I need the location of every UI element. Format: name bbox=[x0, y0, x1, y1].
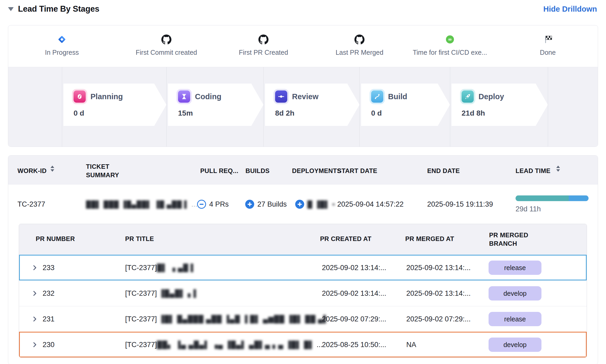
stage-separator bbox=[450, 67, 450, 147]
deployments-redacted: █ ▐█▌ ▪ bbox=[307, 200, 335, 208]
builds-toggle[interactable]: 27 Builds bbox=[245, 200, 287, 209]
github-icon bbox=[218, 33, 308, 46]
col-deployments: DEPLOYMENTS bbox=[292, 167, 341, 175]
github-icon bbox=[315, 33, 404, 46]
pr-row[interactable]: 230 [TC-2377]██▖ ▐▄ ▄█▄▌ ▗▄ ▐█▄▌ ▄█▌▄ ▖▄… bbox=[19, 332, 587, 357]
expand-plus-icon[interactable] bbox=[295, 200, 304, 209]
ticket-summary: ██▌ ███ ▐█▄██▌ ▐█ ▄██ ▌ ... bbox=[86, 200, 197, 208]
stage-deploy: Deploy 21d 8h bbox=[452, 84, 548, 126]
cicd-icon: ∞ bbox=[405, 33, 495, 46]
jira-status-icon bbox=[17, 33, 107, 46]
pr-title-redacted: ▐█▌ █▄███ ▄██ ▐▄█ ▐ █▌ ▄▆██ ▐█▌ ██ ▄▌ bbox=[159, 315, 329, 323]
row-expand-chevron-icon[interactable] bbox=[31, 264, 38, 271]
stage-name: Review bbox=[292, 92, 318, 101]
stage-duration: 8d 2h bbox=[275, 109, 359, 117]
end-date: 2025-09-15 19:11:39 bbox=[427, 200, 493, 208]
col-pr-number: PR NUMBER bbox=[36, 235, 75, 243]
pr-merged-at: 2025-09-02 13:14:... bbox=[406, 289, 471, 298]
pr-row[interactable]: 232 [TC-2377] ▐█▄█▌ ▖▌ 2025-09-02 13:14:… bbox=[19, 280, 587, 306]
lead-time-bar bbox=[516, 195, 589, 201]
stage-name: Build bbox=[388, 92, 407, 101]
stage-separator bbox=[62, 67, 62, 147]
pr-table: PR NUMBER PR TITLE PR CREATED AT PR MERG… bbox=[19, 224, 587, 358]
rocket-icon bbox=[462, 90, 474, 103]
branch-badge: develop bbox=[489, 286, 541, 301]
pr-title: [TC-2377] ▐█▄█▌ ▖▌ bbox=[125, 289, 199, 298]
drilldown-header: Lead Time By Stages Hide Drilldown bbox=[8, 3, 597, 15]
col-work-id: WORK-ID bbox=[17, 167, 47, 175]
pr-title: [TC-2377]█▌ ▗ ▄█ ▌ bbox=[125, 263, 196, 272]
collapse-minus-icon[interactable] bbox=[197, 200, 206, 209]
stage-name: Planning bbox=[90, 92, 123, 101]
github-icon bbox=[121, 33, 211, 46]
stage-duration: 21d 8h bbox=[462, 109, 548, 117]
pr-created-at: 2025-09-02 07:29:... bbox=[322, 315, 386, 323]
stage-build: Build 0 d bbox=[361, 84, 450, 126]
pr-number: 231 bbox=[43, 315, 54, 323]
pr-number: 233 bbox=[43, 264, 54, 272]
col-pull-requests: PULL REQ... bbox=[200, 167, 238, 175]
pr-title: [TC-2377]██▖ ▐▄ ▄█▄▌ ▗▄ ▐█▄▌ ▄█▌▄ ▖▄ ▐█▌… bbox=[125, 340, 322, 349]
lead-time-pipeline-card: In Progress First Commit created First P… bbox=[8, 25, 598, 147]
milestone-first-commit: First Commit created bbox=[121, 33, 211, 56]
branch-curve-icon bbox=[371, 90, 383, 103]
milestone-last-pr-merged: Last PR Merged bbox=[315, 33, 404, 56]
col-pr-created-at: PR CREATED AT bbox=[320, 235, 371, 243]
ticket-summary-ellipsis: ... bbox=[191, 200, 197, 208]
collapse-caret-icon[interactable] bbox=[8, 7, 14, 11]
stage-review: Review 8d 2h bbox=[265, 84, 359, 126]
row-expand-chevron-icon[interactable] bbox=[31, 316, 38, 322]
pr-title-redacted: █▌ ▗ ▄█ ▌ bbox=[157, 264, 196, 272]
col-ticket-summary: TICKET SUMMARY bbox=[86, 162, 135, 180]
pr-created-at: 2025-09-02 13:14:... bbox=[322, 289, 386, 298]
expand-plus-icon[interactable] bbox=[245, 200, 254, 209]
stage-coding: Coding 15m bbox=[168, 84, 263, 126]
work-item-row: TC-2377 ██▌ ███ ▐█▄██▌ ▐█ ▄██ ▌ ... 4 PR… bbox=[8, 185, 598, 224]
col-end-date: END DATE bbox=[427, 167, 460, 175]
row-expand-chevron-icon[interactable] bbox=[31, 290, 38, 297]
pr-merged-at: NA bbox=[406, 341, 416, 349]
lead-time-cell: 29d 11h bbox=[516, 195, 589, 213]
work-id: TC-2377 bbox=[17, 200, 45, 208]
pull-requests-toggle[interactable]: 4 PRs bbox=[197, 200, 229, 209]
pr-title-redacted: ██▖ ▐▄ ▄█▄▌ ▗▄ ▐█▄▌ ▄█▌▄ ▖▄ ▐█▌ █▌ bbox=[157, 341, 315, 349]
stage-separator bbox=[359, 67, 360, 147]
branch-badge: develop bbox=[489, 338, 541, 352]
milestone-cicd: ∞ Time for first CI/CD exe... bbox=[405, 33, 495, 56]
col-builds: BUILDS bbox=[245, 167, 270, 175]
lead-time-bar-blue-segment bbox=[569, 195, 589, 201]
lead-time-bar-teal-segment bbox=[516, 195, 569, 201]
sort-work-id-icon[interactable] bbox=[51, 166, 54, 172]
pr-created-at: 2025-08-25 10:50:... bbox=[322, 341, 386, 349]
milestone-done: Done bbox=[503, 33, 593, 56]
pr-row[interactable]: 233 [TC-2377]█▌ ▗ ▄█ ▌ 2025-09-02 13:14:… bbox=[19, 255, 587, 280]
page-title: Lead Time By Stages bbox=[18, 4, 99, 14]
row-expand-chevron-icon[interactable] bbox=[31, 341, 38, 348]
pr-row[interactable]: 231 [TC-2377] ▐█▌ █▄███ ▄██ ▐▄█ ▐ █▌ ▄▆█… bbox=[19, 306, 587, 332]
stage-separator bbox=[166, 67, 167, 147]
pr-table-header: PR NUMBER PR TITLE PR CREATED AT PR MERG… bbox=[19, 224, 587, 255]
hide-drilldown-link[interactable]: Hide Drilldown bbox=[543, 5, 597, 13]
hourglass-icon bbox=[178, 90, 190, 103]
pr-number: 232 bbox=[43, 289, 54, 298]
deployments-toggle[interactable]: █ ▐█▌ ▪ . bbox=[295, 200, 340, 209]
pr-merged-at: 2025-09-02 07:29:... bbox=[406, 315, 471, 323]
branch-badge: release bbox=[489, 312, 541, 326]
pr-title-redacted: ▐█▄█▌ ▖▌ bbox=[159, 289, 199, 297]
start-date: 2025-09-04 14:57:22 bbox=[337, 200, 404, 208]
work-table-header: WORK-ID TICKET SUMMARY PULL REQ... BUILD… bbox=[8, 156, 598, 185]
stage-name: Deploy bbox=[479, 92, 504, 101]
stage-planning: Planning 0 d bbox=[63, 84, 166, 126]
stage-separator bbox=[263, 67, 264, 147]
ticket-summary-redacted: ██▌ ███ ▐█▄██▌ ▐█ ▄██ ▌ bbox=[86, 200, 189, 208]
planning-icon bbox=[74, 90, 86, 103]
col-pr-title: PR TITLE bbox=[125, 235, 154, 243]
branch-badge: release bbox=[489, 261, 541, 275]
sort-lead-time-icon[interactable] bbox=[556, 166, 560, 172]
milestone-in-progress: In Progress bbox=[17, 33, 107, 56]
col-start-date: START DATE bbox=[337, 167, 377, 175]
col-pr-merged-branch: PR MERGED BRANCH bbox=[489, 231, 534, 248]
commit-icon bbox=[275, 90, 287, 103]
pr-title: [TC-2377] ▐█▌ █▄███ ▄██ ▐▄█ ▐ █▌ ▄▆██ ▐█… bbox=[125, 315, 336, 323]
stage-separator bbox=[548, 67, 548, 147]
